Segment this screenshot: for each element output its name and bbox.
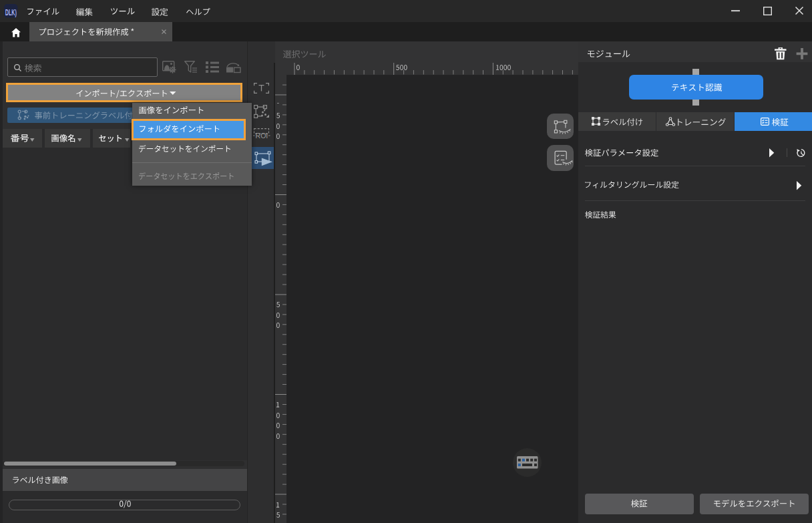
svg-text:DLK): DLK) — [5, 7, 17, 17]
svg-text:ROI: ROI — [256, 132, 268, 140]
